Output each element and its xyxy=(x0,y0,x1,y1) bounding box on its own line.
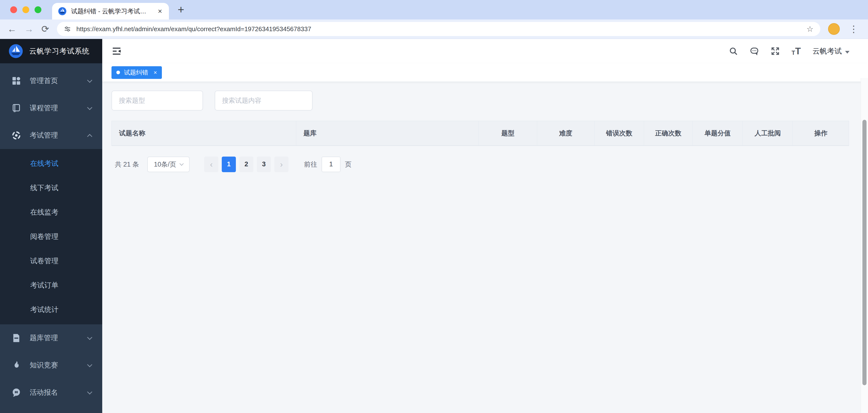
chevron-down-icon xyxy=(179,161,184,166)
window-zoom-button[interactable] xyxy=(35,6,41,13)
col-right-count: 正确次数 xyxy=(644,121,692,145)
sidebar-collapse-icon[interactable] xyxy=(112,46,122,56)
search-question-type-input[interactable] xyxy=(112,91,203,111)
sidebar-subitem[interactable]: 在线考试 xyxy=(0,151,102,176)
window-controls[interactable] xyxy=(10,6,41,13)
filter-row xyxy=(112,91,849,111)
reload-icon[interactable]: ⟳ xyxy=(41,24,49,34)
url-text[interactable]: https://exam.yfhl.net/admin/exam/exam/qu… xyxy=(76,25,311,33)
col-difficulty: 难度 xyxy=(537,121,594,145)
tag-question-correction[interactable]: 试题纠错 × xyxy=(112,66,162,79)
browser-profile-avatar[interactable] xyxy=(828,23,840,35)
app-header: TT 云帆考试 xyxy=(102,39,868,63)
caret-down-icon xyxy=(845,51,849,54)
chevron-down-icon xyxy=(87,389,92,394)
sidebar-item-label: 管理首页 xyxy=(30,76,58,86)
chevron-down-icon xyxy=(87,78,92,83)
chevron-down-icon xyxy=(87,334,92,340)
bookmark-star-icon[interactable]: ☆ xyxy=(806,24,813,34)
font-size-icon[interactable]: TT xyxy=(792,47,801,56)
page-content: 试题名称 题库 题型 难度 错误次数 正确次数 单题分值 人工批阅 操作 xyxy=(102,82,868,413)
next-page-button[interactable]: › xyxy=(274,156,288,172)
user-menu[interactable]: 云帆考试 xyxy=(812,46,849,56)
scrollbar-thumb[interactable] xyxy=(862,120,867,385)
brand-sailboat-logo-icon xyxy=(8,43,23,59)
browser-tab[interactable]: 试题纠错 - 云帆学习考试系统 × xyxy=(52,3,169,20)
search-icon[interactable] xyxy=(729,47,738,56)
sidebar-item-activity[interactable]: 活动报名 xyxy=(0,379,102,406)
pagination: 共 21 条 10条/页 ‹123› 前往 页 xyxy=(112,156,849,172)
col-score: 单题分值 xyxy=(692,121,743,145)
prev-page-button[interactable]: ‹ xyxy=(204,156,218,172)
browser-menu-icon[interactable]: ⋮ xyxy=(847,24,860,34)
flame-icon xyxy=(11,360,22,371)
site-settings-icon[interactable] xyxy=(64,25,71,33)
sidebar-item-contest[interactable]: 知识竞赛 xyxy=(0,352,102,379)
page-button-2[interactable]: 2 xyxy=(239,156,253,172)
exam-submenu: 在线考试线下考试在线监考阅卷管理试卷管理考试订单考试统计 xyxy=(0,149,102,324)
sidebar-subitem[interactable]: 线下考试 xyxy=(0,176,102,200)
table-header-row: 试题名称 题库 题型 难度 错误次数 正确次数 单题分值 人工批阅 操作 xyxy=(112,121,849,145)
goto-label: 前往 xyxy=(304,160,317,169)
pagination-total: 共 21 条 xyxy=(115,160,139,169)
col-wrong-count: 错误次数 xyxy=(594,121,644,145)
message-icon[interactable] xyxy=(750,47,759,56)
sidebar-item-survey[interactable]: 问卷调查 xyxy=(0,406,102,413)
sidebar-item-dashboard[interactable]: 管理首页 xyxy=(0,67,102,94)
col-manual-review: 人工批阅 xyxy=(743,121,793,145)
browser-tabstrip: 试题纠错 - 云帆学习考试系统 × + xyxy=(0,0,868,20)
page-size-select[interactable]: 10条/页 xyxy=(147,156,190,172)
sidebar-logo-bar: 云帆学习考试系统 xyxy=(0,39,102,63)
back-icon[interactable]: ← xyxy=(7,24,17,34)
header-actions: TT 云帆考试 xyxy=(729,46,849,56)
forward-icon[interactable]: → xyxy=(24,24,34,34)
chevron-up-icon xyxy=(87,134,92,139)
sidebar-item-label: 题库管理 xyxy=(30,333,58,343)
question-bank-document-icon xyxy=(11,333,22,343)
new-tab-button[interactable]: + xyxy=(178,4,184,15)
sidebar-item-label: 活动报名 xyxy=(30,388,58,397)
app-frame: 云帆学习考试系统 管理首页 课程管理 xyxy=(0,39,868,413)
sidebar-item-label: 考试管理 xyxy=(30,130,58,140)
goto-page: 前往 页 xyxy=(304,156,351,172)
sidebar-menu: 管理首页 课程管理 考试管理 在线考试线下考试在线监考阅卷管理试卷 xyxy=(0,63,102,413)
main-area: TT 云帆考试 试题纠错 × xyxy=(102,39,868,413)
tag-close-icon[interactable]: × xyxy=(152,69,157,76)
exam-lifering-icon xyxy=(11,130,22,141)
sidebar-item-label: 知识竞赛 xyxy=(30,360,58,370)
tag-dot-icon xyxy=(116,70,120,74)
sidebar-item-question-bank[interactable]: 题库管理 xyxy=(0,324,102,352)
pager: ‹123› xyxy=(204,156,288,172)
sidebar-subitem[interactable]: 试卷管理 xyxy=(0,249,102,273)
brand-title: 云帆学习考试系统 xyxy=(29,46,90,56)
sidebar-subitem[interactable]: 考试统计 xyxy=(0,298,102,322)
page-button-3[interactable]: 3 xyxy=(257,156,271,172)
col-type: 题型 xyxy=(479,121,537,145)
dashboard-icon xyxy=(11,76,22,86)
sidebar-subitem[interactable]: 考试订单 xyxy=(0,273,102,298)
sidebar-item-exams[interactable]: 考试管理 xyxy=(0,122,102,149)
fullscreen-icon[interactable] xyxy=(771,47,780,56)
chevron-down-icon xyxy=(87,105,92,110)
sidebar-item-courses[interactable]: 课程管理 xyxy=(0,94,102,122)
page-button-1[interactable]: 1 xyxy=(222,156,236,172)
window-close-button[interactable] xyxy=(10,6,17,13)
col-question-name: 试题名称 xyxy=(112,121,296,145)
window-minimize-button[interactable] xyxy=(22,6,29,13)
sidebar-item-label: 课程管理 xyxy=(30,103,58,113)
tag-label: 试题纠错 xyxy=(124,68,148,77)
tab-close-icon[interactable]: × xyxy=(157,7,163,16)
col-actions: 操作 xyxy=(793,121,849,145)
user-name: 云帆考试 xyxy=(812,46,842,56)
sidebar: 云帆学习考试系统 管理首页 课程管理 xyxy=(0,39,102,413)
tab-title: 试题纠错 - 云帆学习考试系统 xyxy=(71,7,152,16)
goto-page-input[interactable] xyxy=(321,156,341,172)
chevron-down-icon xyxy=(87,362,92,367)
col-bank: 题库 xyxy=(296,121,479,145)
tags-bar: 试题纠错 × xyxy=(102,63,868,82)
scrollbar-track[interactable] xyxy=(861,78,868,413)
sidebar-subitem[interactable]: 阅卷管理 xyxy=(0,225,102,249)
sidebar-subitem[interactable]: 在线监考 xyxy=(0,200,102,225)
address-bar[interactable]: https://exam.yfhl.net/admin/exam/exam/qu… xyxy=(57,22,820,36)
search-question-content-input[interactable] xyxy=(215,91,313,111)
